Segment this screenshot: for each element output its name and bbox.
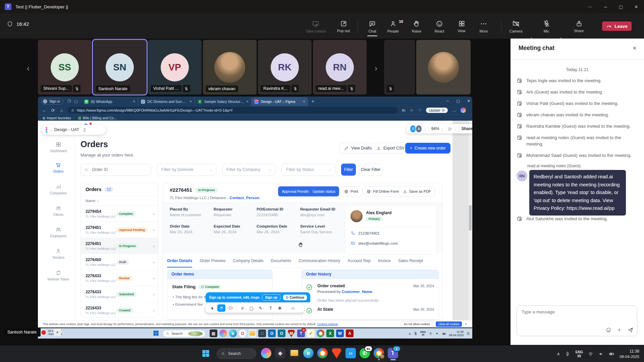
cookies-settings-link[interactable]: Cookies settings bbox=[317, 322, 338, 326]
mic-button[interactable]: Mic bbox=[537, 17, 555, 36]
taskbar-app-icon[interactable]: O bbox=[268, 329, 276, 337]
language-indicator[interactable]: ENGIN bbox=[575, 350, 583, 358]
home-icon[interactable]: ⌂ bbox=[57, 108, 66, 113]
take-control-button[interactable]: Take control bbox=[301, 17, 330, 36]
taskbar-app-icon[interactable]: O bbox=[278, 329, 285, 337]
shared-clock[interactable]: 11:3808-04-2025 bbox=[449, 330, 464, 337]
volume-icon[interactable] bbox=[435, 331, 439, 336]
chevron-down-icon[interactable]: ⌄ bbox=[50, 128, 52, 131]
pop-out-button[interactable]: Pop out bbox=[333, 17, 354, 36]
shared-search-box[interactable]: Search bbox=[163, 330, 206, 337]
start-button[interactable] bbox=[201, 349, 210, 358]
save-as-pdf-button[interactable]: Save as PDF bbox=[399, 186, 435, 196]
detail-tab[interactable]: Documents bbox=[271, 258, 291, 267]
taskbar-app-icon[interactable] bbox=[261, 348, 271, 358]
order-row[interactable]: 2276451 TL Flex Holdings LLC In Progress… bbox=[81, 238, 158, 254]
browser-profile-button[interactable]: Sign in bbox=[41, 98, 63, 105]
taskbar-app-icon[interactable]: e bbox=[229, 329, 237, 337]
bookmark-import-favorites[interactable]: ⧉ Import favorites bbox=[43, 116, 71, 120]
browser-update-button[interactable]: Update⟳ bbox=[426, 108, 448, 113]
new-tab-button[interactable]: + bbox=[311, 99, 314, 104]
detail-tab[interactable]: Order Preview bbox=[200, 258, 225, 267]
filter-domicile-dropdown[interactable]: Filter by Domicile⌄ bbox=[157, 164, 216, 176]
taskbar-app-icon[interactable]: A bbox=[346, 329, 354, 337]
zoom-level[interactable]: 94% bbox=[431, 126, 439, 131]
taskbar-app-icon[interactable]: O bbox=[239, 329, 247, 337]
sidebar-item-employees[interactable]: Employees bbox=[42, 227, 74, 238]
message-link[interactable]: https://www.read.ai/pp bbox=[567, 205, 614, 211]
start-button[interactable] bbox=[153, 330, 159, 337]
presenter-add-button[interactable]: + bbox=[54, 328, 61, 336]
hand-tool-icon[interactable] bbox=[217, 304, 225, 312]
window-maximize-button[interactable]: ▢ bbox=[613, 4, 629, 9]
language-indicator[interactable]: ENGIN bbox=[420, 331, 426, 336]
chevron-down-icon[interactable]: ⌄ bbox=[424, 127, 426, 130]
chat-button[interactable]: Chat bbox=[362, 17, 383, 36]
bookmark-bills[interactable]: Bills | Billing and Co... bbox=[78, 116, 117, 120]
move-tool-icon[interactable] bbox=[208, 304, 216, 312]
taskbar-app-icon[interactable]: ✆ 81 bbox=[360, 348, 370, 358]
participant-tile[interactable]: RK Ravindra K... bbox=[258, 40, 312, 95]
react-button[interactable]: React bbox=[429, 17, 450, 36]
participant-tile[interactable] bbox=[416, 40, 471, 95]
volume-icon[interactable] bbox=[598, 351, 604, 357]
sidebar-item-dashboard[interactable]: Dashboard bbox=[42, 141, 74, 153]
taskbar-app-icon[interactable]: ‹› bbox=[345, 348, 356, 358]
tray-chevron-icon[interactable]: ∧ bbox=[409, 332, 411, 336]
taskbar-app-icon[interactable] bbox=[317, 348, 328, 358]
window-minimize-button[interactable]: ─ bbox=[598, 4, 613, 9]
order-row[interactable]: 2279451 TL Flex Holdings LLC Approval Pe… bbox=[81, 222, 158, 238]
order-row[interactable]: 2216433 TL Flex Holdings LLC Created › bbox=[81, 302, 158, 317]
tab-close-icon[interactable]: ✕ bbox=[190, 100, 192, 103]
taskbar-app-icon[interactable] bbox=[289, 348, 300, 358]
collaborator-avatar[interactable]: S bbox=[410, 125, 416, 132]
orders-sort-header[interactable]: Name↓ bbox=[81, 196, 158, 206]
customer-name-link[interactable]: Customer_Name bbox=[342, 290, 372, 294]
browser-tab[interactable]: Design - UAT – Figma ✕ bbox=[252, 97, 308, 106]
order-row[interactable]: 2276450 TL Flex Holdings LLC Draft › bbox=[81, 254, 158, 270]
order-row[interactable]: 2276433 TL Flex Holdings LLC Review › bbox=[81, 270, 158, 286]
filter-clear-button[interactable]: Clear Filter bbox=[359, 164, 382, 176]
order-row[interactable]: 2276433 TL Flex Holdings LLC Submitted › bbox=[81, 286, 158, 302]
share-button[interactable]: Share bbox=[568, 17, 590, 36]
raise-hand-button[interactable]: Raise bbox=[406, 17, 427, 36]
order-id-input[interactable] bbox=[91, 167, 143, 172]
tab-close-icon[interactable]: ✕ bbox=[303, 100, 306, 103]
tab-close-icon[interactable]: ✕ bbox=[133, 100, 136, 103]
tray-mic-icon[interactable] bbox=[565, 351, 570, 357]
update-status-button[interactable]: Update status bbox=[309, 186, 339, 196]
detail-tab[interactable]: Sales Receipt bbox=[398, 258, 423, 267]
browser-close-button[interactable]: ✕ bbox=[467, 99, 470, 103]
taskbar-app-icon[interactable] bbox=[249, 329, 256, 337]
send-icon[interactable] bbox=[627, 327, 634, 333]
vertical-tabs-icon[interactable]: ▢ bbox=[74, 99, 77, 104]
sidebar-item-clients[interactable]: Clients bbox=[42, 205, 74, 217]
taskbar-app-icon[interactable]: ◆ bbox=[275, 348, 285, 358]
participant-tile[interactable]: VP Vishal Patil ... bbox=[148, 40, 202, 95]
browser-minimize-button[interactable]: ─ bbox=[446, 99, 449, 103]
browser-essentials-icon[interactable]: ♡ bbox=[418, 108, 422, 113]
workspaces-icon[interactable]: ❐ bbox=[67, 99, 71, 104]
participant-tile[interactable]: vikram chavan bbox=[203, 40, 257, 95]
view-drafts-button[interactable]: View Drafts bbox=[339, 143, 376, 154]
url-field[interactable]: https://www.figma.com/design/9BKQ0FOHRWa… bbox=[67, 107, 398, 114]
sign-up-button[interactable]: Sign up bbox=[262, 294, 280, 301]
contact-person-link[interactable]: Contact_Person. bbox=[229, 196, 260, 200]
allow-cookies-button[interactable]: Allow all cookies bbox=[436, 321, 462, 327]
browser-tab[interactable]: DC Divisions and Surroundings ✕ bbox=[138, 97, 195, 106]
figma-share-button[interactable]: Share bbox=[462, 126, 472, 131]
leave-button[interactable]: Leave bbox=[602, 21, 632, 31]
wifi-icon[interactable] bbox=[429, 331, 433, 336]
settings-more-icon[interactable]: … bbox=[452, 108, 456, 113]
reader-view-icon[interactable]: ▯ bbox=[84, 127, 86, 132]
sidebar-item-vendors[interactable]: Vendors bbox=[42, 248, 74, 259]
print-button[interactable]: Print bbox=[340, 186, 362, 196]
battery-icon[interactable] bbox=[609, 351, 614, 357]
comment-tool-icon[interactable] bbox=[226, 304, 234, 312]
participant-tile[interactable]: RN read.ai mee... bbox=[313, 40, 367, 95]
filter-status-dropdown[interactable]: Filter by Status⌄ bbox=[282, 164, 335, 176]
taskbar-app-icon[interactable]: ✓ bbox=[307, 329, 315, 337]
taskbar-search-box[interactable]: Search bbox=[217, 348, 256, 359]
emoji-icon[interactable] bbox=[606, 327, 611, 333]
zoom-chevron-icon[interactable]: ⌄ bbox=[441, 127, 444, 130]
